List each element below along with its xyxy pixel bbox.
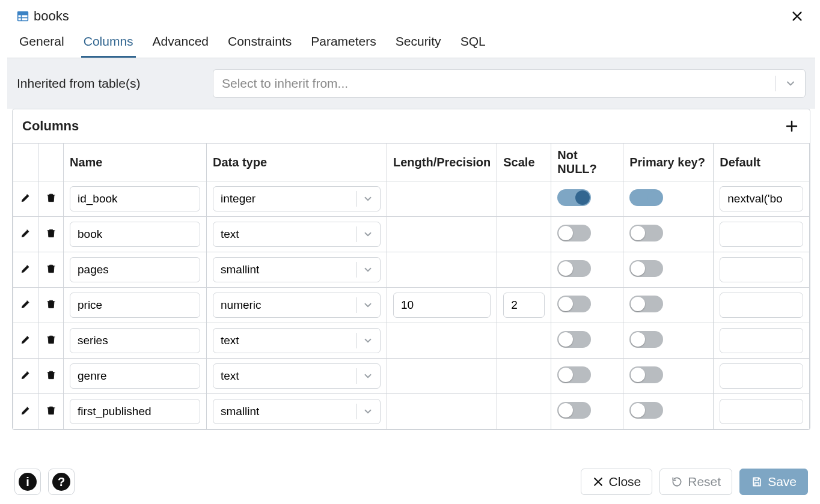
- toggle-switch[interactable]: [557, 260, 591, 277]
- col-header-name: Name: [64, 144, 207, 181]
- edit-row-button[interactable]: [13, 288, 38, 323]
- toggle-switch[interactable]: [557, 402, 591, 419]
- trash-icon: [45, 228, 57, 241]
- delete-row-button[interactable]: [38, 252, 64, 288]
- trash-icon: [45, 193, 57, 206]
- pencil-icon: [20, 335, 32, 348]
- tab-security[interactable]: Security: [393, 28, 444, 58]
- column-default-input[interactable]: [720, 293, 803, 318]
- toggle-switch[interactable]: [629, 366, 663, 383]
- tab-advanced[interactable]: Advanced: [150, 28, 211, 58]
- toggle-switch[interactable]: [629, 331, 663, 348]
- trash-icon: [45, 405, 57, 419]
- table-row: [13, 394, 810, 430]
- delete-row-button[interactable]: [38, 359, 64, 394]
- toggle-switch[interactable]: [629, 260, 663, 277]
- help-icon: ?: [52, 473, 70, 491]
- columns-panel-title: Columns: [22, 118, 79, 134]
- column-default-input[interactable]: [720, 399, 803, 424]
- pencil-icon: [20, 370, 32, 383]
- column-length-input[interactable]: [393, 293, 491, 318]
- trash-icon: [45, 370, 57, 383]
- save-icon: [751, 476, 763, 488]
- delete-row-button[interactable]: [38, 323, 64, 359]
- toggle-switch[interactable]: [629, 296, 663, 312]
- delete-row-button[interactable]: [38, 394, 64, 430]
- column-name-input[interactable]: [70, 363, 200, 389]
- column-default-input[interactable]: [720, 363, 803, 389]
- col-header-notnull: Not NULL?: [551, 144, 623, 181]
- close-icon: [592, 476, 604, 488]
- columns-panel-header: Columns: [13, 109, 810, 143]
- chevron-down-icon: [363, 335, 373, 346]
- column-name-input[interactable]: [70, 328, 200, 353]
- close-icon[interactable]: [789, 8, 806, 25]
- col-header-default: Default: [714, 144, 810, 181]
- save-button[interactable]: Save: [739, 469, 808, 495]
- table-row: [13, 181, 810, 217]
- inherit-row: Inherited from table(s) Select to inheri…: [7, 58, 815, 109]
- dialog-header: books: [7, 2, 815, 28]
- toggle-switch[interactable]: [557, 225, 591, 241]
- columns-table: Name Data type Length/Precision Scale No…: [13, 143, 810, 430]
- tab-constraints[interactable]: Constraints: [225, 28, 294, 58]
- column-name-input[interactable]: [70, 399, 200, 424]
- close-button[interactable]: Close: [581, 469, 653, 495]
- column-default-input[interactable]: [720, 186, 803, 211]
- reset-icon: [671, 476, 683, 488]
- col-header-scale: Scale: [497, 144, 551, 181]
- toggle-switch[interactable]: [629, 189, 663, 206]
- reset-button[interactable]: Reset: [659, 469, 732, 495]
- inherit-placeholder: Select to inherit from...: [222, 76, 348, 91]
- trash-icon: [45, 299, 57, 312]
- pencil-icon: [20, 405, 32, 419]
- toggle-switch[interactable]: [557, 331, 591, 348]
- save-button-label: Save: [768, 475, 797, 489]
- delete-row-button[interactable]: [38, 288, 64, 323]
- dialog-title: books: [17, 8, 69, 24]
- tab-sql[interactable]: SQL: [458, 28, 488, 58]
- dialog-title-text: books: [34, 8, 69, 24]
- table-row: [13, 359, 810, 394]
- toggle-switch[interactable]: [629, 402, 663, 419]
- toggle-switch[interactable]: [557, 296, 591, 312]
- delete-row-button[interactable]: [38, 217, 64, 252]
- toggle-switch[interactable]: [557, 189, 591, 206]
- tab-columns[interactable]: Columns: [81, 28, 136, 58]
- delete-row-button[interactable]: [38, 181, 64, 217]
- columns-header-row: Name Data type Length/Precision Scale No…: [13, 144, 810, 181]
- tab-general[interactable]: General: [17, 28, 67, 58]
- column-default-input[interactable]: [720, 328, 803, 353]
- info-button[interactable]: i: [14, 469, 41, 495]
- add-column-button[interactable]: [783, 118, 800, 135]
- edit-row-button[interactable]: [13, 394, 38, 430]
- columns-panel: Columns Name Data type Length/Precision …: [12, 109, 810, 430]
- table-icon: [17, 10, 29, 22]
- column-default-input[interactable]: [720, 257, 803, 282]
- edit-row-button[interactable]: [13, 323, 38, 359]
- column-scale-input[interactable]: [503, 293, 545, 318]
- table-row: [13, 288, 810, 323]
- chevron-down-icon: [363, 406, 373, 417]
- help-button[interactable]: ?: [48, 469, 75, 495]
- pencil-icon: [20, 193, 32, 206]
- edit-row-button[interactable]: [13, 181, 38, 217]
- toggle-switch[interactable]: [557, 366, 591, 383]
- toggle-switch[interactable]: [629, 225, 663, 241]
- edit-row-button[interactable]: [13, 252, 38, 288]
- column-name-input[interactable]: [70, 257, 200, 282]
- tab-bar: GeneralColumnsAdvancedConstraintsParamet…: [7, 28, 815, 58]
- inherit-label: Inherited from table(s): [17, 76, 203, 91]
- col-header-pk: Primary key?: [623, 144, 714, 181]
- column-name-input[interactable]: [70, 293, 200, 318]
- tab-parameters[interactable]: Parameters: [308, 28, 379, 58]
- column-default-input[interactable]: [720, 222, 803, 247]
- edit-row-button[interactable]: [13, 217, 38, 252]
- chevron-down-icon: [363, 264, 373, 275]
- inherit-select[interactable]: Select to inherit from...: [213, 69, 806, 98]
- edit-row-button[interactable]: [13, 359, 38, 394]
- pencil-icon: [20, 264, 32, 277]
- column-name-input[interactable]: [70, 186, 200, 211]
- column-name-input[interactable]: [70, 222, 200, 247]
- chevron-down-icon: [363, 229, 373, 240]
